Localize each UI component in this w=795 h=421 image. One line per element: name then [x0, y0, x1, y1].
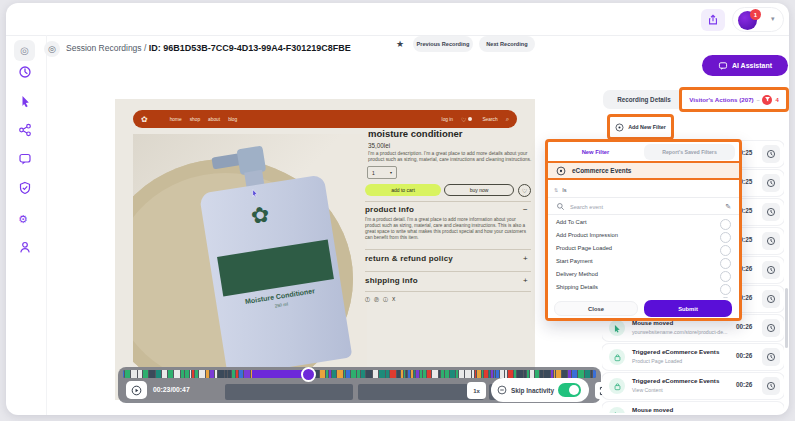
event-option[interactable]: Start Payment: [548, 256, 739, 269]
play-button[interactable]: [126, 381, 147, 399]
sidebar-item-funnels[interactable]: [18, 123, 32, 137]
event-option[interactable]: Add Product Impression: [548, 230, 739, 243]
jump-to-time-button[interactable]: [762, 348, 780, 366]
jump-to-time-button[interactable]: [762, 261, 780, 279]
submit-button[interactable]: Submit: [644, 300, 732, 317]
cursor-event-icon: [609, 320, 625, 336]
site-navbar: ✿ home shop about blog log in ♡ Search ⌕: [133, 110, 517, 128]
product-info-heading[interactable]: product info: [365, 205, 414, 214]
pencil-icon[interactable]: ✎: [725, 203, 731, 211]
previous-recording-button[interactable]: Previous Recording: [413, 36, 473, 52]
timeline-segment: [320, 370, 325, 378]
radio-button[interactable]: [720, 245, 731, 256]
wishlist-heart-button[interactable]: ♡: [518, 184, 531, 197]
event-option[interactable]: Delivery Method: [548, 269, 739, 282]
quantity-caret-icon: ▾: [390, 170, 392, 175]
sidebar-item-interactions[interactable]: [18, 94, 32, 108]
timeline-segment: [432, 370, 438, 378]
filter-tab-saved[interactable]: Report's Saved Filters: [644, 144, 735, 160]
site-nav-blog[interactable]: blog: [228, 117, 237, 122]
radio-button[interactable]: [720, 232, 731, 243]
skip-inactivity-toggle[interactable]: [558, 383, 581, 397]
search-input[interactable]: Search event: [570, 204, 720, 210]
filter-tab-new[interactable]: New Filter: [548, 144, 643, 160]
list-scrollbar[interactable]: [785, 288, 788, 348]
jump-to-time-button[interactable]: [762, 319, 780, 337]
add-to-cart-button[interactable]: add to cart: [365, 184, 441, 196]
sidebar-item-privacy[interactable]: [18, 181, 32, 195]
site-nav-shop[interactable]: shop: [190, 117, 200, 122]
star-button[interactable]: ★: [396, 39, 404, 49]
site-search-icon[interactable]: ⌕: [506, 116, 509, 123]
sidebar-item-profile[interactable]: [18, 240, 32, 254]
timeline-scrubber[interactable]: [123, 370, 596, 378]
action-time: 00:26: [736, 352, 762, 359]
radio-button[interactable]: [720, 284, 731, 295]
playhead-handle[interactable]: [301, 367, 316, 382]
event-type-row[interactable]: eCommerce Events: [548, 161, 739, 180]
sidebar-item-feedback[interactable]: [18, 152, 32, 166]
sidebar-item-recordings[interactable]: ◎: [14, 40, 35, 61]
action-row-mouse-moved[interactable]: Mouse moved: [602, 402, 784, 413]
facebook-icon[interactable]: ⓕ: [365, 296, 374, 302]
quantity-stepper[interactable]: 1 ▾: [367, 166, 397, 179]
sidebar-item-analytics[interactable]: [18, 65, 32, 79]
timeline-segment: [326, 370, 328, 378]
buy-now-button[interactable]: buy now: [444, 184, 514, 196]
site-login-link[interactable]: log in: [442, 117, 453, 122]
jump-to-time-button[interactable]: [762, 232, 780, 250]
jump-to-time-button[interactable]: [762, 377, 780, 395]
analytics-clock-icon: [18, 65, 32, 79]
event-option[interactable]: Add To Cart: [548, 217, 739, 230]
radio-button[interactable]: [720, 271, 731, 282]
action-row-ecommerce-event[interactable]: Triggered eCommerce Events View Content …: [602, 373, 784, 399]
jump-to-time-button[interactable]: [762, 145, 780, 163]
action-row-ecommerce-event[interactable]: Triggered eCommerce Events Product Page …: [602, 344, 784, 370]
returns-heading[interactable]: return & refund policy: [365, 254, 453, 263]
site-search-label[interactable]: Search: [482, 117, 497, 122]
back-icon[interactable]: ◎: [44, 41, 60, 57]
next-recording-button[interactable]: Next Recording: [479, 36, 535, 52]
speed-button[interactable]: 1x: [467, 382, 486, 399]
timeline-segment: [445, 370, 449, 378]
shipping-toggle[interactable]: +: [523, 276, 528, 285]
timeline-segment: [232, 370, 235, 378]
pinterest-icon[interactable]: ⓟ: [374, 296, 383, 302]
jump-to-time-button[interactable]: [762, 174, 780, 192]
shipping-heading[interactable]: shipping info: [365, 276, 418, 285]
jump-to-time-button[interactable]: [762, 290, 780, 308]
event-option[interactable]: Shipping Details: [548, 282, 739, 295]
session-video[interactable]: ✿ home shop about blog log in ♡ Search ⌕: [115, 99, 535, 400]
tab-visitors-actions[interactable]: Visitor's Actions (207) – 4: [679, 87, 789, 112]
search-event-row[interactable]: Search event ✎: [548, 199, 739, 215]
timeline-segment: [494, 370, 495, 378]
site-cart-heart-icon[interactable]: ♡: [461, 116, 466, 123]
sidebar-item-settings[interactable]: ⚙: [18, 209, 28, 227]
timeline-segment: [190, 370, 191, 378]
share-button[interactable]: [701, 9, 725, 31]
account-menu[interactable]: 1 ▾: [732, 7, 784, 32]
tab-recording-details[interactable]: Recording Details: [603, 90, 685, 109]
radio-button[interactable]: [720, 258, 731, 269]
condition-row[interactable]: ⇅ Is: [548, 183, 739, 198]
skip-inactivity-control[interactable]: Skip Inactivity: [491, 378, 589, 402]
product-image: ✿ Moisture Conditioner 250 ml: [133, 134, 367, 367]
skip-icon: [497, 385, 507, 395]
returns-toggle[interactable]: +: [523, 254, 528, 263]
instagram-icon[interactable]: ⓘ: [383, 296, 392, 302]
jump-to-time-button[interactable]: [762, 203, 780, 221]
ai-assistant-button[interactable]: AI Assistant: [702, 55, 788, 76]
timeline-segment: [174, 370, 180, 378]
x-icon[interactable]: X: [392, 296, 399, 302]
site-nav-home[interactable]: home: [170, 117, 182, 122]
radio-button[interactable]: [720, 219, 731, 230]
product-info-toggle[interactable]: −: [523, 205, 528, 214]
divider: [365, 201, 531, 202]
action-title: Mouse moved: [632, 406, 673, 413]
site-nav-about[interactable]: about: [208, 117, 220, 122]
timeline-segment: [556, 370, 561, 378]
timeline-segment: [517, 370, 523, 378]
action-subtitle: yourwebsitename.com/store/product-de...: [632, 329, 727, 335]
event-option[interactable]: Product Page Loaded: [548, 243, 739, 256]
close-button[interactable]: Close: [554, 301, 638, 316]
